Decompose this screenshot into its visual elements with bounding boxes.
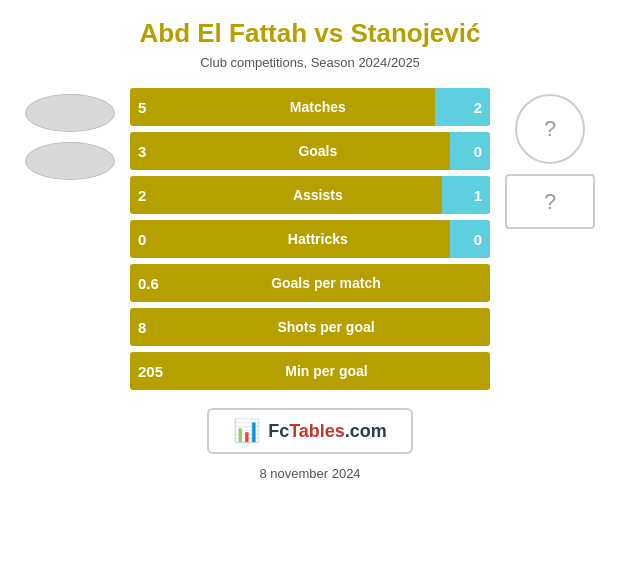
stats-column: 5Matches23Goals02Assists10Hattricks00.6G… bbox=[130, 88, 490, 390]
stat-row: 3Goals0 bbox=[130, 132, 490, 170]
app-container: Abd El Fattah vs Stanojević Club competi… bbox=[0, 0, 620, 580]
page-title: Abd El Fattah vs Stanojević bbox=[140, 18, 481, 49]
right-avatar-column: ? ? bbox=[490, 88, 610, 229]
stat-row: 8Shots per goal bbox=[130, 308, 490, 346]
stat-label-text: Shots per goal bbox=[162, 319, 490, 335]
stat-content: 3Goals0 bbox=[130, 132, 490, 170]
stat-bar: 3Goals0 bbox=[130, 132, 490, 170]
stat-bar: 5Matches2 bbox=[130, 88, 490, 126]
stat-content: 0Hattricks0 bbox=[130, 220, 490, 258]
logo-icon: 📊 bbox=[233, 418, 260, 444]
stat-content: 0.6Goals per match bbox=[130, 264, 490, 302]
date-label: 8 november 2024 bbox=[259, 466, 360, 481]
stat-right-value: 1 bbox=[474, 187, 490, 204]
right-avatar-1: ? bbox=[515, 94, 585, 164]
stat-left-value: 205 bbox=[130, 363, 163, 380]
left-avatar-2 bbox=[25, 142, 115, 180]
stat-bar: 0.6Goals per match bbox=[130, 264, 490, 302]
stat-content: 205Min per goal bbox=[130, 352, 490, 390]
stat-bar: 8Shots per goal bbox=[130, 308, 490, 346]
stat-left-value: 0 bbox=[130, 231, 162, 248]
stat-bar: 205Min per goal bbox=[130, 352, 490, 390]
stat-label-text: Assists bbox=[162, 187, 474, 203]
stat-content: 2Assists1 bbox=[130, 176, 490, 214]
stat-label-text: Matches bbox=[162, 99, 474, 115]
stat-left-value: 2 bbox=[130, 187, 162, 204]
question-icon: ? bbox=[544, 116, 556, 142]
stat-left-value: 5 bbox=[130, 99, 162, 116]
logo-text: FcTables.com bbox=[268, 421, 387, 442]
stat-row: 2Assists1 bbox=[130, 176, 490, 214]
stat-bar: 0Hattricks0 bbox=[130, 220, 490, 258]
stat-label-text: Goals bbox=[162, 143, 474, 159]
left-avatar-1 bbox=[25, 94, 115, 132]
stat-row: 205Min per goal bbox=[130, 352, 490, 390]
stat-content: 8Shots per goal bbox=[130, 308, 490, 346]
stat-right-value: 0 bbox=[474, 231, 490, 248]
stat-row: 0.6Goals per match bbox=[130, 264, 490, 302]
page-subtitle: Club competitions, Season 2024/2025 bbox=[200, 55, 420, 70]
question-icon-2: ? bbox=[544, 189, 556, 215]
stat-left-value: 8 bbox=[130, 319, 162, 336]
stat-right-value: 2 bbox=[474, 99, 490, 116]
stat-label-text: Min per goal bbox=[163, 363, 490, 379]
stat-left-value: 0.6 bbox=[130, 275, 162, 292]
main-content: 5Matches23Goals02Assists10Hattricks00.6G… bbox=[10, 88, 610, 390]
stat-label-text: Goals per match bbox=[162, 275, 490, 291]
stat-right-value: 0 bbox=[474, 143, 490, 160]
stat-row: 0Hattricks0 bbox=[130, 220, 490, 258]
stat-label-text: Hattricks bbox=[162, 231, 474, 247]
stat-left-value: 3 bbox=[130, 143, 162, 160]
left-avatar-column bbox=[10, 88, 130, 180]
right-avatar-2: ? bbox=[505, 174, 595, 229]
stat-content: 5Matches2 bbox=[130, 88, 490, 126]
stat-bar: 2Assists1 bbox=[130, 176, 490, 214]
stat-row: 5Matches2 bbox=[130, 88, 490, 126]
logo-box: 📊 FcTables.com bbox=[207, 408, 413, 454]
